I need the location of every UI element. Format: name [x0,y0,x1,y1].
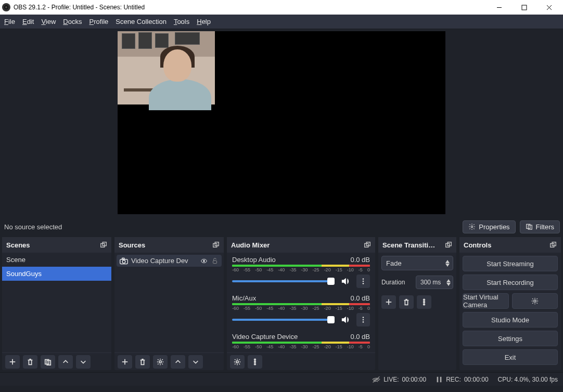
start-virtual-camera-button[interactable]: Start Virtual Camera [463,293,509,309]
speaker-icon [341,316,350,324]
menu-help[interactable]: Help [197,18,211,25]
audio-mixer-dock: Audio Mixer Desktop Audio 0.0 dB -60-55-… [227,237,375,370]
gear-icon [468,223,476,230]
menu-profile[interactable]: Profile [89,18,108,25]
speaker-icon [341,277,350,285]
window-title: OBS 29.1.2 - Profile: Untitled - Scenes:… [14,4,491,11]
preview-area [0,29,563,216]
lock-icon[interactable] [211,257,219,265]
sources-title: Sources [119,241,145,249]
obs-logo-icon [2,3,10,11]
rec-time: 00:00:00 [464,376,489,383]
svg-rect-22 [213,260,217,263]
svg-point-34 [236,360,238,362]
maximize-button[interactable] [516,1,532,14]
exit-button[interactable]: Exit [463,349,558,365]
transitions-title: Scene Transiti… [382,241,435,249]
mute-button[interactable] [339,313,352,326]
meter-ticks: -60-55-50-45-40-35-30-25-20-15-10-50 [232,306,370,311]
svg-rect-3 [522,5,527,10]
volume-slider[interactable] [232,280,335,282]
start-recording-button[interactable]: Start Recording [463,275,558,290]
svg-marker-42 [446,279,451,282]
studio-mode-button[interactable]: Studio Mode [463,312,558,328]
source-toolbar: No source selected Properties Filters [0,216,563,237]
mixer-settings-button[interactable] [230,355,245,369]
menu-docks[interactable]: Docks [63,18,82,25]
menu-scene-collection[interactable]: Scene Collection [116,18,167,25]
source-item[interactable]: Video Capture Dev [117,255,222,267]
transitions-dock: Scene Transiti… Fade Duration 300 ms [378,237,456,370]
menu-view[interactable]: View [41,18,56,25]
camera-icon [120,257,128,265]
move-source-up-button[interactable] [171,355,185,369]
selected-source-status: No source selected [4,223,62,231]
meter-ticks: -60-55-50-45-40-35-30-25-20-15-10-50 [232,344,370,349]
svg-point-30 [363,283,364,284]
live-time: 00:00:00 [402,376,426,383]
popout-icon[interactable] [549,241,557,249]
mixer-channel: Video Capture Device 0.0 dB -60-55-50-45… [232,333,370,349]
popout-icon[interactable] [364,241,371,249]
source-properties-button[interactable] [153,355,168,369]
statusbar: LIVE: 00:00:00 REC: 00:00:00 CPU: 4.0%, … [0,372,563,386]
channel-options-button[interactable] [356,313,370,326]
scene-filters-button[interactable] [41,355,55,369]
virtual-camera-settings-button[interactable] [512,293,558,309]
eye-icon[interactable] [200,257,208,265]
sources-dock: Sources Video Capture Dev [114,237,224,370]
channel-name: Video Capture Device [232,333,298,341]
mixer-title: Audio Mixer [231,241,270,249]
signal-icon [372,376,380,383]
scene-item[interactable]: SoundGuys [2,267,111,281]
volume-slider[interactable] [232,319,335,321]
svg-point-51 [534,300,536,302]
properties-button[interactable]: Properties [463,220,515,233]
recording-status: REC: 00:00:00 [436,376,488,383]
svg-point-6 [471,226,474,228]
mixer-menu-button[interactable] [248,355,262,369]
transition-select[interactable]: Fade [381,256,453,270]
menu-edit[interactable]: Edit [22,18,34,25]
minimize-button[interactable] [491,1,507,14]
menu-tools[interactable]: Tools [174,18,189,25]
scenes-title: Scenes [6,241,30,249]
remove-source-button[interactable] [135,355,150,369]
svg-marker-40 [445,260,450,263]
svg-marker-43 [446,283,451,286]
close-button[interactable] [541,1,557,14]
popout-icon[interactable] [100,241,107,249]
popout-icon[interactable] [445,241,452,249]
svg-point-46 [424,299,425,300]
preview-canvas[interactable] [118,31,445,214]
channel-name: Desktop Audio [232,256,276,264]
channel-name: Mic/Aux [232,294,256,302]
pause-icon [436,376,443,383]
audio-meter [232,265,370,267]
popout-icon[interactable] [212,241,220,249]
svg-point-37 [254,363,256,365]
chevron-updown-icon [445,260,450,267]
add-transition-button[interactable] [381,295,396,309]
move-source-down-button[interactable] [188,355,203,369]
mute-button[interactable] [339,275,352,288]
svg-point-35 [254,359,256,360]
start-streaming-button[interactable]: Start Streaming [463,256,558,271]
move-scene-down-button[interactable] [76,355,91,369]
menu-file[interactable]: File [4,18,15,25]
add-source-button[interactable] [118,355,132,369]
video-capture-thumbnail[interactable] [118,31,215,104]
channel-options-button[interactable] [356,275,370,288]
add-scene-button[interactable] [5,355,20,369]
remove-transition-button[interactable] [399,295,414,309]
titlebar: OBS 29.1.2 - Profile: Untitled - Scenes:… [0,0,563,15]
svg-point-21 [203,260,205,262]
remove-scene-button[interactable] [23,355,37,369]
transition-properties-button[interactable] [417,295,431,309]
settings-button[interactable]: Settings [463,331,558,346]
scene-item[interactable]: Scene [2,253,111,267]
filters-button[interactable]: Filters [520,220,560,233]
duration-spinbox[interactable]: 300 ms [416,276,453,289]
mixer-channel: Desktop Audio 0.0 dB -60-55-50-45-40-35-… [232,256,370,288]
move-scene-up-button[interactable] [58,355,73,369]
